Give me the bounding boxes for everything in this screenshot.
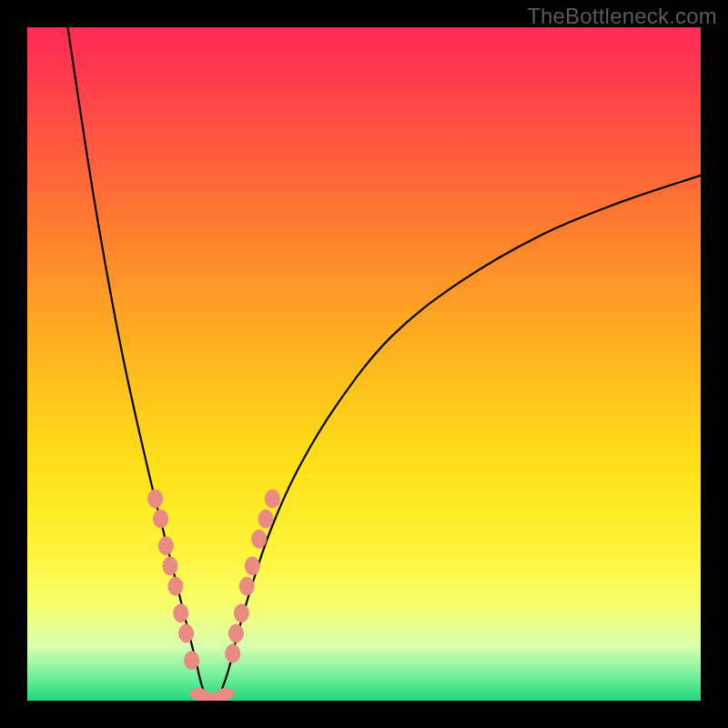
bottleneck-svg — [27, 27, 701, 701]
marker-dot — [234, 604, 248, 622]
watermark-text: TheBottleneck.com — [527, 4, 717, 29]
marker-dot — [168, 577, 183, 595]
chart-frame: TheBottleneck.com — [0, 0, 728, 728]
plot-area — [27, 27, 701, 701]
marker-dot — [258, 510, 273, 528]
marker-group-right — [226, 490, 280, 662]
marker-dot — [265, 490, 279, 508]
marker-dot — [148, 490, 163, 508]
marker-dot — [228, 624, 243, 642]
bottleneck-curve — [67, 27, 701, 701]
marker-dot — [185, 652, 199, 670]
marker-dot — [174, 604, 188, 622]
marker-dot — [239, 577, 254, 595]
marker-dot — [158, 537, 173, 555]
marker-dot — [163, 557, 177, 575]
marker-dot — [245, 557, 259, 575]
marker-dot — [179, 624, 194, 642]
marker-dot — [252, 530, 267, 548]
marker-dot — [217, 689, 235, 700]
marker-dot — [226, 644, 240, 662]
marker-dot — [154, 510, 168, 528]
marker-group-bottom — [190, 689, 235, 701]
